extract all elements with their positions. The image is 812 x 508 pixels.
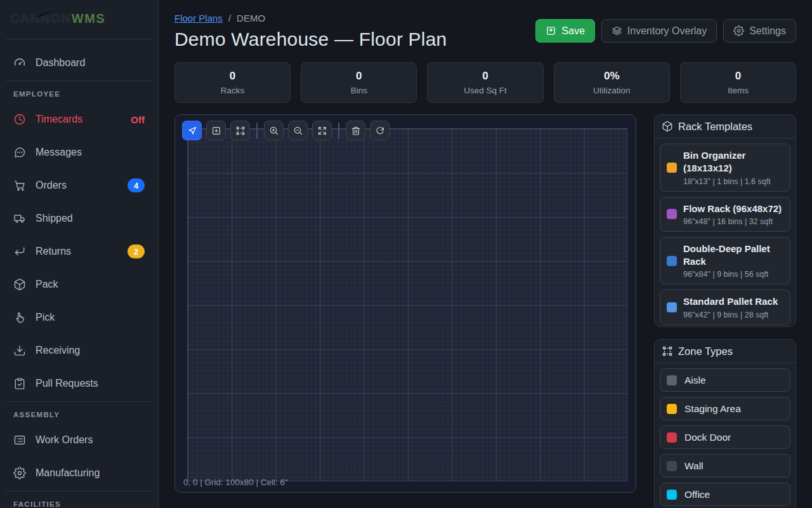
marquee-icon — [235, 126, 246, 136]
zone-name: Office — [684, 489, 710, 500]
stat-label: Used Sq Ft — [464, 86, 507, 95]
divider — [6, 81, 152, 81]
gauge-icon — [13, 57, 26, 69]
sidebar-item-receiving[interactable]: Receiving — [0, 334, 158, 367]
right-panel-column: Rack Templates Bin Organizer (18x13x12) … — [654, 114, 796, 508]
package-icon — [662, 121, 673, 132]
zone-types-title: Zone Types — [678, 345, 733, 358]
list-card-icon — [13, 434, 26, 446]
sidebar-item-shipped[interactable]: Shipped — [0, 202, 158, 235]
delete-tool-button[interactable] — [346, 121, 365, 140]
zone-type-office[interactable]: Office — [660, 483, 790, 506]
sidebar-item-work-orders[interactable]: Work Orders — [0, 424, 158, 457]
sidebar-item-label: Returns — [36, 246, 71, 257]
sidebar-item-messages[interactable]: Messages — [0, 136, 158, 169]
template-color-swatch — [667, 256, 677, 266]
add-rack-tool-button[interactable] — [206, 121, 226, 140]
sidebar-item-label: Pull Requests — [36, 378, 98, 389]
rotate-tool-button[interactable] — [370, 121, 390, 140]
sidebar-item-pick[interactable]: Pick — [0, 301, 158, 334]
section-label-employee: EMPLOYEE — [0, 83, 158, 103]
inventory-overlay-button[interactable]: Inventory Overlay — [601, 19, 717, 43]
template-meta: 18"x13" | 1 bins | 1.6 sqft — [683, 177, 783, 186]
zone-type-wall[interactable]: Wall — [660, 454, 790, 478]
plus-square-icon — [211, 126, 221, 136]
rack-template-double-deep-pallet[interactable]: Double-Deep Pallet Rack 96"x84" | 9 bins… — [660, 237, 790, 285]
stat-value: 0 — [356, 70, 362, 83]
settings-button[interactable]: Settings — [723, 19, 796, 43]
save-button[interactable]: Save — [535, 19, 594, 43]
sidebar-item-returns[interactable]: Returns 2 — [0, 235, 158, 268]
sidebar-item-pack[interactable]: Pack — [0, 268, 158, 301]
template-name: Double-Deep Pallet Rack — [683, 243, 783, 269]
stat-card-bins: 0 Bins — [301, 62, 417, 103]
toolbar-separator — [256, 123, 258, 139]
stat-label: Bins — [351, 86, 367, 95]
zone-type-dock-door[interactable]: Dock Door — [660, 425, 790, 449]
section-label-facilities: FACILITIES — [0, 493, 158, 508]
package-icon — [13, 278, 26, 291]
divider — [6, 491, 152, 491]
rack-template-flow-rack[interactable]: Flow Rack (96x48x72) 96"x48" | 16 bins |… — [660, 197, 790, 232]
return-icon — [13, 245, 26, 258]
stat-card-used-sqft: 0 Used Sq Ft — [427, 62, 543, 103]
rack-template-standard-pallet[interactable]: Standard Pallet Rack 96"x42" | 9 bins | … — [660, 290, 790, 324]
template-color-swatch — [667, 163, 677, 173]
sidebar-item-label: Orders — [36, 180, 67, 191]
marquee-select-tool-button[interactable] — [230, 121, 250, 140]
template-name: Standard Pallet Rack — [683, 295, 778, 308]
sidebar-item-orders[interactable]: Orders 4 — [0, 169, 158, 202]
template-meta: 96"x42" | 9 bins | 28 sqft — [683, 311, 778, 319]
breadcrumb-link-floor-plans[interactable]: Floor Plans — [174, 13, 223, 23]
brand-logo[interactable]: CANNONWMS — [0, 0, 158, 37]
clipboard-check-icon — [13, 377, 26, 390]
zone-color-swatch — [667, 432, 677, 443]
zoom-out-icon — [293, 126, 303, 136]
zone-color-swatch — [667, 461, 677, 471]
stat-card-items: 0 Items — [680, 62, 796, 103]
rotate-icon — [375, 126, 385, 136]
stat-value: 0% — [604, 70, 620, 83]
page-title: Demo Warehouse — Floor Plan — [174, 29, 447, 50]
sidebar-item-label: Work Orders — [36, 434, 93, 446]
sidebar-item-timecards[interactable]: Timecards Off — [0, 103, 158, 136]
zone-name: Wall — [684, 460, 704, 472]
zone-types-panel: Zone Types Aisle Staging Area Dock Door — [654, 339, 796, 508]
sidebar-item-dashboard[interactable]: Dashboard — [0, 46, 158, 79]
fit-screen-tool-button[interactable] — [312, 121, 332, 140]
expand-icon — [317, 126, 327, 136]
divider — [6, 401, 152, 402]
truck-icon — [13, 212, 26, 225]
pointer-tool-button[interactable] — [182, 121, 202, 140]
stat-label: Items — [728, 86, 749, 95]
clock-icon — [13, 113, 26, 126]
template-color-swatch — [667, 209, 677, 219]
stat-card-utilization: 0% Utilization — [554, 62, 670, 103]
settings-button-label: Settings — [749, 25, 786, 37]
stat-value: 0 — [230, 70, 235, 83]
zoom-out-tool-button[interactable] — [288, 121, 308, 140]
cart-icon — [13, 179, 26, 192]
save-icon — [546, 25, 556, 36]
sidebar-item-pull-requests[interactable]: Pull Requests — [0, 367, 158, 400]
sidebar-item-label: Messages — [36, 147, 82, 158]
zone-type-aisle[interactable]: Aisle — [660, 368, 790, 392]
breadcrumb-current: DEMO — [237, 13, 265, 23]
floor-plan-canvas[interactable]: 0, 0 | Grid: 100x80 | Cell: 6" — [174, 114, 636, 493]
floor-plan-grid[interactable] — [187, 128, 627, 481]
canvas-toolbar — [182, 121, 390, 140]
template-name: Flow Rack (96x48x72) — [683, 203, 782, 215]
pointer-icon — [187, 126, 197, 136]
sidebar-item-label: Shipped — [36, 213, 73, 224]
main-content: Floor Plans / DEMO Demo Warehouse — Floo… — [159, 0, 812, 508]
sidebar-item-label: Manufacturing — [36, 467, 100, 479]
sidebar-item-manufacturing[interactable]: Manufacturing — [0, 457, 158, 490]
stats-row: 0 Racks 0 Bins 0 Used Sq Ft 0% Utilizati… — [174, 62, 796, 103]
rack-template-bin-organizer[interactable]: Bin Organizer (18x13x12) 18"x13" | 1 bin… — [660, 144, 790, 192]
inventory-overlay-label: Inventory Overlay — [627, 25, 707, 37]
template-name: Bin Organizer (18x13x12) — [683, 149, 783, 175]
zone-type-staging-area[interactable]: Staging Area — [660, 397, 790, 420]
stat-value: 0 — [482, 70, 488, 83]
zoom-in-tool-button[interactable] — [264, 121, 284, 140]
stat-card-racks: 0 Racks — [174, 62, 291, 103]
